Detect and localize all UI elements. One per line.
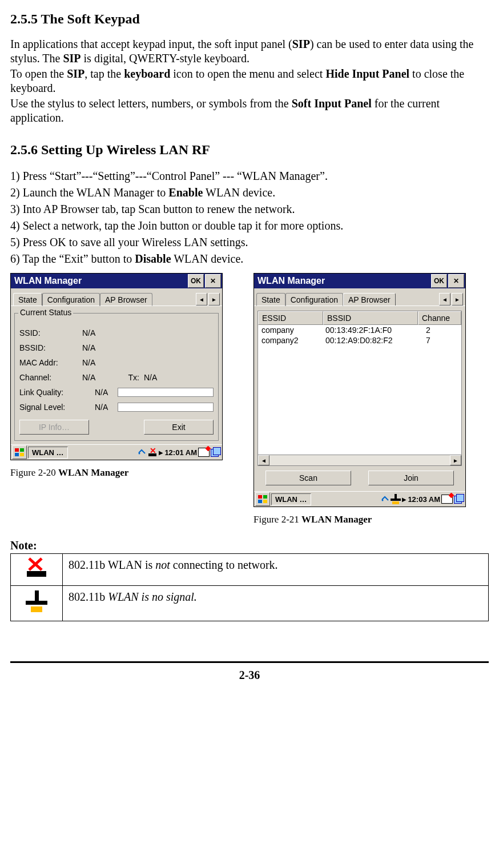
tab-ap-browser[interactable]: AP Browser	[343, 293, 396, 306]
wlan-no-signal-icon	[26, 590, 47, 613]
wlan-disconnected-icon	[26, 558, 47, 578]
clock[interactable]: 12:01 AM	[164, 448, 197, 457]
table-row: 802.11b WLAN is not connecting to networ…	[11, 554, 489, 586]
horizontal-scrollbar[interactable]: ◄ ►	[258, 455, 461, 465]
sip-keyboard-icon[interactable]	[441, 495, 453, 504]
caption-text: Figure 2-20	[10, 467, 58, 478]
ok-button[interactable]: OK	[431, 274, 447, 288]
tx-value: N/A	[144, 373, 157, 382]
text-bold: Soft Input Panel	[292, 97, 372, 110]
scroll-right-button[interactable]: ►	[450, 455, 461, 465]
note-text-cell: 802.11b WLAN is not connecting to networ…	[63, 554, 489, 586]
ssid-value: N/A	[82, 328, 116, 337]
steps-list: 1) Press “Start”---“Setting”---“Control …	[10, 168, 489, 267]
windows-icon	[15, 448, 24, 456]
text: 6) Tap the “Exit” button to	[10, 252, 135, 265]
paragraph: To open the SIP, tap the keyboard icon t…	[10, 67, 489, 95]
wlan-manager-window-state: WLAN Manager OK ✕ State Configuration AP…	[10, 273, 223, 460]
tab-ap-browser[interactable]: AP Browser	[100, 293, 152, 306]
tab-scroll-right[interactable]: ►	[452, 293, 463, 306]
ok-button[interactable]: OK	[188, 274, 204, 288]
ap-list[interactable]: ESSID BSSID Channe company 00:13:49:2F:1…	[257, 311, 462, 466]
wlan-disconnected-icon[interactable]	[147, 448, 158, 457]
desktop-icon[interactable]	[211, 448, 221, 457]
text-bold: keyboard	[124, 67, 170, 80]
tray-icon[interactable]	[381, 495, 389, 503]
paragraph: In applications that accept keypad input…	[10, 37, 489, 66]
tab-strip: State Configuration AP Browser ◄ ►	[254, 288, 465, 306]
start-button[interactable]	[255, 492, 270, 506]
figures-row: WLAN Manager OK ✕ State Configuration AP…	[10, 273, 489, 525]
text: Use the stylus to select letters, number…	[10, 97, 292, 110]
step-6: 6) Tap the “Exit” button to Disable WLAN…	[10, 251, 489, 267]
list-header: ESSID BSSID Channe	[258, 311, 461, 325]
tab-state[interactable]: State	[13, 293, 42, 306]
start-button[interactable]	[12, 445, 27, 459]
caption-text: Figure 2-21	[253, 514, 301, 525]
group-title: Current Status	[18, 308, 73, 317]
link-quality-bar	[118, 388, 214, 397]
taskbar-app-button[interactable]: WLAN …	[28, 447, 68, 459]
note-heading: Note:	[10, 539, 489, 552]
mac-value: N/A	[82, 358, 116, 367]
page-number: 2-36	[10, 669, 489, 682]
link-quality-label: Link Quality:	[19, 388, 95, 397]
windows-icon	[258, 495, 267, 503]
icon-cell	[11, 586, 63, 621]
desktop-icon[interactable]	[454, 495, 464, 504]
close-button[interactable]: ✕	[448, 274, 464, 288]
text-bold: SIP	[67, 67, 84, 80]
tab-configuration[interactable]: Configuration	[285, 293, 343, 306]
tray-arrow-icon[interactable]: ▶	[159, 449, 163, 456]
mac-label: MAC Addr:	[19, 358, 82, 367]
text: , tap the	[84, 67, 124, 80]
list-item[interactable]: company2 00:12:A9:D0:82:F2 7	[258, 335, 461, 345]
titlebar: WLAN Manager OK ✕	[11, 274, 222, 288]
titlebar: WLAN Manager OK ✕	[254, 274, 465, 288]
tx-label: Tx:	[116, 373, 139, 382]
cell-bssid: 00:12:A9:D0:82:F2	[322, 335, 422, 345]
section-title-255: 2.5.5 The Soft Keypad	[10, 11, 489, 27]
wlan-no-signal-icon[interactable]	[391, 494, 401, 504]
link-quality-value: N/A	[95, 388, 118, 397]
text: icon to open the menu and select	[170, 67, 325, 80]
figure-caption-221: Figure 2-21 WLAN Manager	[253, 514, 465, 525]
scroll-left-button[interactable]: ◄	[258, 455, 269, 465]
tab-strip: State Configuration AP Browser ◄ ►	[11, 288, 222, 306]
cell-essid: company2	[258, 335, 322, 345]
scan-button[interactable]: Scan	[265, 471, 351, 485]
current-status-group: Current Status SSID:N/A BSSID:N/A MAC Ad…	[14, 313, 219, 441]
cell-channel: 2	[422, 325, 461, 335]
list-item[interactable]: company 00:13:49:2F:1A:F0 2	[258, 325, 461, 335]
tab-scroll-left[interactable]: ◄	[439, 293, 450, 306]
text-italic: not	[155, 558, 173, 571]
signal-level-bar	[118, 403, 214, 412]
step-4: 4) Select a network, tap the Join button…	[10, 218, 489, 234]
sip-keyboard-icon[interactable]	[198, 448, 210, 457]
step-1: 1) Press “Start”---“Setting”---“Control …	[10, 168, 489, 184]
note-table: 802.11b WLAN is not connecting to networ…	[10, 553, 489, 621]
tray-arrow-icon[interactable]: ▶	[402, 496, 407, 503]
tab-scroll-left[interactable]: ◄	[196, 293, 207, 306]
col-bssid[interactable]: BSSID	[323, 311, 418, 325]
col-essid[interactable]: ESSID	[258, 311, 323, 325]
taskbar: WLAN … ▶ 12:03 AM	[254, 491, 465, 507]
close-button[interactable]: ✕	[205, 274, 221, 288]
figure-caption-220: Figure 2-20 WLAN Manager	[10, 467, 222, 479]
text: connecting to network.	[173, 558, 278, 571]
tab-state[interactable]: State	[256, 293, 285, 306]
tray-icon[interactable]	[138, 448, 146, 456]
window-title: WLAN Manager	[257, 276, 325, 286]
exit-button[interactable]: Exit	[144, 420, 214, 435]
caption-bold: WLAN Manager	[301, 514, 372, 525]
col-channel[interactable]: Channe	[418, 311, 461, 325]
clock[interactable]: 12:03 AM	[408, 495, 440, 504]
taskbar-app-button[interactable]: WLAN …	[271, 493, 311, 505]
tab-configuration[interactable]: Configuration	[42, 293, 100, 306]
window-title: WLAN Manager	[14, 276, 82, 286]
join-button[interactable]: Join	[368, 471, 454, 485]
tab-scroll-right[interactable]: ►	[208, 293, 220, 306]
ip-info-button[interactable]: IP Info…	[19, 420, 89, 435]
step-2: 2) Launch the WLAN Manager to Enable WLA…	[10, 184, 489, 201]
scroll-track[interactable]	[269, 455, 450, 465]
